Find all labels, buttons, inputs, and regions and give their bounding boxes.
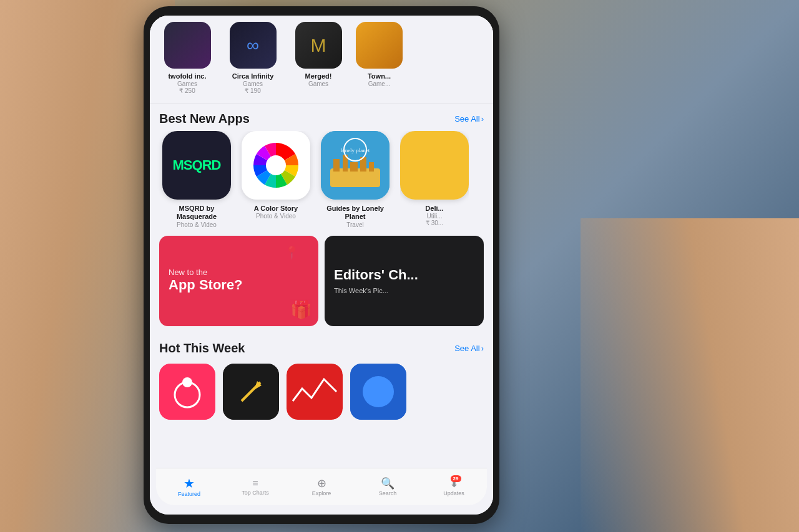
hot-item-1[interactable] bbox=[159, 364, 215, 420]
hand-right bbox=[581, 218, 799, 532]
game-item-circa[interactable]: ∞ Circa Infinity Games ₹ 190 bbox=[225, 22, 281, 94]
merged-title: Merged! bbox=[305, 72, 332, 80]
svg-rect-6 bbox=[350, 162, 358, 172]
hot-this-week-header: Hot This Week See All › bbox=[150, 334, 493, 360]
lonelyplanet-app-icon: lonely planet bbox=[321, 131, 390, 200]
tab-featured-label: Featured bbox=[178, 491, 200, 497]
tab-explore-label: Explore bbox=[312, 490, 331, 496]
msqrd-category: Photo & Video bbox=[177, 221, 217, 228]
merged-subtitle: Games bbox=[305, 80, 332, 87]
best-new-apps-header: Best New Apps See All › bbox=[150, 104, 493, 131]
editors-title: Editors' Ch... bbox=[334, 267, 474, 283]
town-icon bbox=[356, 22, 403, 69]
town-title: Town... bbox=[368, 72, 391, 80]
hot-title: Hot This Week bbox=[159, 341, 245, 355]
hot-this-week-section: Hot This Week See All › bbox=[150, 334, 493, 423]
banner-line1: New to the bbox=[169, 268, 309, 277]
best-new-apps-see-all[interactable]: See All › bbox=[454, 114, 484, 123]
colorstory-category: Photo & Video bbox=[256, 213, 296, 220]
svg-text:lonely planet: lonely planet bbox=[341, 147, 370, 153]
delivery-name: Deli... bbox=[425, 205, 443, 213]
twofold-price: ₹ 250 bbox=[168, 87, 206, 94]
hot-row bbox=[150, 360, 493, 423]
location-icon: 📍 bbox=[284, 245, 300, 260]
lonelyplanet-svg: lonely planet bbox=[321, 131, 390, 200]
best-new-apps-row: MSQRD MSQRD by Masquerade Photo & Video bbox=[150, 131, 493, 228]
color-wheel-svg bbox=[251, 140, 301, 190]
tab-top-charts[interactable]: ≡ Top Charts bbox=[222, 478, 288, 496]
delivery-app-icon bbox=[400, 131, 469, 200]
town-info: Town... Game... bbox=[368, 72, 391, 87]
circa-subtitle: Games bbox=[232, 80, 274, 87]
circa-info: Circa Infinity Games ₹ 190 bbox=[232, 72, 274, 94]
star-icon: ★ bbox=[184, 477, 195, 490]
tab-updates[interactable]: ⬇ 29 Updates bbox=[421, 478, 487, 496]
twofold-subtitle: Games bbox=[168, 80, 206, 87]
phone-frame: twofold inc. Games ₹ 250 ∞ Circa Infinit… bbox=[144, 6, 499, 524]
hot-item-4[interactable] bbox=[350, 364, 406, 420]
new-to-appstore-banner[interactable]: New to the App Store? 🎁 📍 bbox=[159, 236, 318, 326]
gift-icon: 🎁 bbox=[290, 299, 312, 320]
svg-rect-8 bbox=[369, 162, 374, 172]
hot-icon-3-svg bbox=[287, 364, 343, 420]
tab-featured[interactable]: ★ Featured bbox=[156, 477, 222, 497]
hot-see-all[interactable]: See All › bbox=[454, 344, 484, 353]
updates-icon-wrapper: ⬇ 29 bbox=[449, 478, 459, 489]
app-item-delivery[interactable]: Deli... Utili... ₹ 30... bbox=[400, 131, 469, 228]
app-item-lonelyplanet[interactable]: lonely planet Guides by Lonely Planet Tr… bbox=[318, 131, 393, 228]
hot-item-2[interactable] bbox=[223, 364, 279, 420]
banner-line2: App Store? bbox=[169, 277, 309, 293]
editors-choice-banner[interactable]: Editors' Ch... This Week's Pic... bbox=[325, 236, 484, 326]
colorstory-name: A Color Story bbox=[254, 205, 298, 213]
svg-point-13 bbox=[182, 377, 192, 387]
svg-rect-4 bbox=[333, 159, 340, 172]
game-item-merged[interactable]: M Merged! Games bbox=[290, 22, 346, 94]
msqrd-name: MSQRD by Masquerade bbox=[159, 205, 234, 221]
phone-screen: twofold inc. Games ₹ 250 ∞ Circa Infinit… bbox=[150, 16, 493, 515]
tab-search[interactable]: 🔍 Search bbox=[355, 478, 421, 496]
merged-info: Merged! Games bbox=[305, 72, 332, 87]
tab-top-charts-label: Top Charts bbox=[242, 490, 269, 496]
compass-icon: ⊕ bbox=[317, 478, 326, 489]
circa-price: ₹ 190 bbox=[232, 87, 274, 94]
tab-explore[interactable]: ⊕ Explore bbox=[288, 478, 355, 496]
game-item-twofold[interactable]: twofold inc. Games ₹ 250 bbox=[159, 22, 215, 94]
hot-icon-4-svg bbox=[350, 364, 406, 420]
editors-subtitle: This Week's Pic... bbox=[334, 287, 474, 294]
app-item-msqrd[interactable]: MSQRD MSQRD by Masquerade Photo & Video bbox=[159, 131, 234, 228]
svg-rect-11 bbox=[159, 364, 215, 420]
msqrd-app-icon: MSQRD bbox=[162, 131, 231, 200]
hot-icon-2-svg bbox=[223, 364, 279, 420]
game-item-town[interactable]: Town... Game... bbox=[356, 22, 403, 94]
app-item-colorstory[interactable]: A Color Story Photo & Video bbox=[242, 131, 310, 228]
lonelyplanet-category: Travel bbox=[346, 221, 363, 228]
tab-updates-label: Updates bbox=[443, 490, 464, 496]
twofold-info: twofold inc. Games ₹ 250 bbox=[168, 72, 206, 94]
hot-item-3[interactable] bbox=[287, 364, 343, 420]
lonelyplanet-name: Guides by Lonely Planet bbox=[318, 205, 393, 221]
games-row: twofold inc. Games ₹ 250 ∞ Circa Infinit… bbox=[159, 22, 484, 94]
svg-point-19 bbox=[363, 376, 394, 407]
hot-icon-1-svg bbox=[159, 364, 215, 420]
twofold-icon bbox=[164, 22, 211, 69]
screen-content: twofold inc. Games ₹ 250 ∞ Circa Infinit… bbox=[150, 16, 493, 515]
svg-point-1 bbox=[266, 155, 286, 175]
merged-icon: M bbox=[295, 22, 342, 69]
delivery-category: Utili... bbox=[427, 213, 443, 220]
banners-row: New to the App Store? 🎁 📍 Editors' Ch...… bbox=[150, 228, 493, 334]
tab-search-label: Search bbox=[379, 490, 397, 496]
top-games-section: twofold inc. Games ₹ 250 ∞ Circa Infinit… bbox=[150, 16, 493, 104]
best-new-apps-title: Best New Apps bbox=[159, 112, 250, 126]
circa-title: Circa Infinity bbox=[232, 72, 274, 80]
list-icon: ≡ bbox=[252, 478, 258, 488]
search-icon: 🔍 bbox=[381, 478, 395, 489]
delivery-price: ₹ 30... bbox=[426, 220, 443, 226]
circa-icon: ∞ bbox=[230, 22, 277, 69]
tab-bar: ★ Featured ≡ Top Charts ⊕ Explore 🔍 Sear… bbox=[156, 468, 487, 505]
colorstory-app-icon bbox=[242, 131, 310, 200]
town-subtitle: Game... bbox=[368, 80, 391, 87]
updates-badge: 29 bbox=[451, 475, 461, 482]
twofold-title: twofold inc. bbox=[168, 72, 206, 80]
best-new-apps-section: Best New Apps See All › MSQRD MSQRD by M… bbox=[150, 104, 493, 228]
